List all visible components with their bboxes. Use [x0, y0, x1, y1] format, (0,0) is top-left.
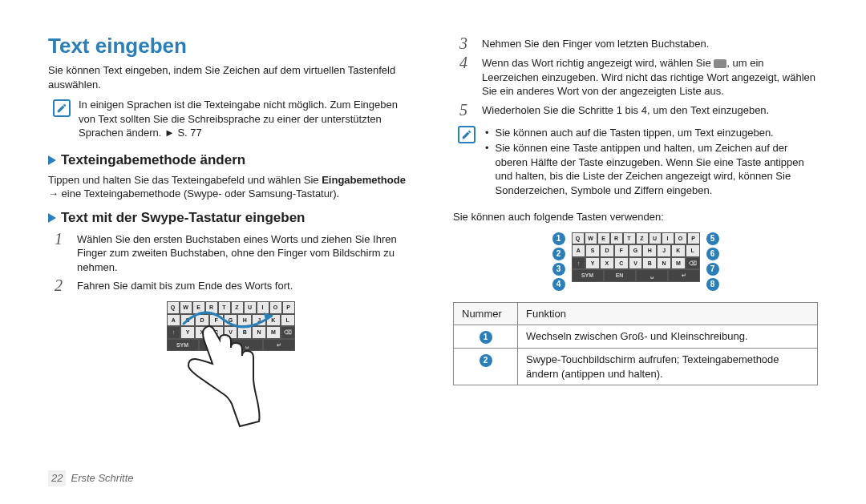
swype-illustration: QWERTZUIOP ASDFGHJKL ↑YXCVBNM⌫ SYMEN␣↵: [151, 301, 311, 437]
section-1-body: Tippen und halten Sie das Texteingabefel…: [48, 173, 413, 201]
step-4-text-a: Wenn das Wort richtig angezeigt wird, wä…: [482, 57, 714, 69]
hand-pointing-icon: [183, 325, 263, 429]
step-number: 2: [55, 277, 69, 293]
keyboard-key: L: [281, 314, 295, 326]
keyboard-key: ↑: [572, 257, 586, 269]
keyboard-key: D: [600, 244, 614, 256]
callout-number-badge: 2: [480, 354, 492, 367]
step-number: 3: [459, 35, 474, 51]
section-1-body-c: → eine Texteingabemethode (Swype- oder S…: [48, 187, 339, 200]
keyboard-key: J: [657, 244, 671, 256]
callout-number-badge: 7: [706, 263, 719, 276]
function-table: Nummer Funktion 1Wechseln zwischen Groß-…: [453, 302, 818, 385]
step-item: 3 Nehmen Sie den Finger vom letzten Buch…: [459, 35, 818, 51]
section-1-body-b: Eingabemethode: [322, 174, 406, 186]
keyboard-key: X: [600, 257, 614, 269]
also-use-text: Sie können auch folgende Tasten verwende…: [453, 210, 818, 224]
keyboard-key: EN: [604, 269, 636, 281]
step-text: Wählen Sie den ersten Buchstaben eines W…: [77, 231, 413, 275]
callout-number-badge: 2: [552, 248, 565, 260]
keyboard-key: Q: [167, 301, 180, 313]
note-text-1: In einigen Sprachen ist die Texteingabe …: [79, 98, 413, 140]
keyboard-key: C: [614, 257, 629, 269]
pencil-note-icon: [458, 126, 475, 143]
step-item: 2 Fahren Sie damit bis zum Ende des Wort…: [55, 277, 413, 293]
keyboard-key: B: [642, 257, 657, 269]
keyboard-key: N: [657, 257, 671, 269]
section-1-title: Texteingabemethode ändern: [61, 151, 245, 170]
note-2-bullet: Sie können eine Taste antippen und halte…: [484, 141, 818, 197]
keyboard-key: O: [674, 232, 687, 244]
callout-number-badge: 8: [706, 278, 719, 291]
section-heading-1: Texteingabemethode ändern: [48, 151, 413, 170]
chevron-right-icon: [48, 213, 56, 223]
keyboard-key: L: [686, 244, 700, 256]
keyboard-key: SYM: [572, 269, 604, 281]
keyboard-key: A: [572, 244, 586, 256]
table-row: 1Wechseln zwischen Groß- und Kleinschrei…: [454, 325, 818, 349]
space-key-icon: [714, 59, 726, 68]
table-cell-function: Swype-Touchbildschirm aufrufen; Texteing…: [518, 349, 818, 385]
keyboard-key: H: [642, 244, 657, 256]
step-item: 1 Wählen Sie den ersten Buchstaben eines…: [55, 231, 413, 275]
step-item: 4 Wenn das Wort richtig angezeigt wird, …: [459, 54, 818, 99]
table-header-function: Funktion: [518, 302, 818, 325]
page-number: 22: [48, 470, 66, 486]
callout-number-badge: 6: [706, 248, 719, 260]
note-box-1: In einigen Sprachen ist die Texteingabe …: [48, 98, 413, 140]
pencil-note-icon: [53, 99, 71, 117]
callout-number-badge: 1: [552, 232, 565, 245]
table-header-number: Nummer: [454, 302, 518, 325]
keyboard-key: P: [282, 301, 295, 313]
section-heading-2: Text mit der Swype-Tastatur eingeben: [48, 209, 413, 228]
keyboard-key: S: [585, 244, 600, 256]
step-text: Wenn das Wort richtig angezeigt wird, wä…: [482, 54, 818, 99]
keyboard-key: E: [597, 232, 610, 244]
keyboard-key: ↵: [668, 269, 700, 281]
callout-number-badge: 1: [480, 331, 492, 344]
keyboard-key: ␣: [636, 269, 668, 281]
note-box-2: Sie können auch auf die Tasten tippen, u…: [453, 124, 818, 200]
keyboard-key: W: [585, 232, 597, 244]
chevron-right-icon: [48, 155, 56, 165]
keyboard-key: R: [610, 232, 623, 244]
keyboard-key: ↵: [263, 339, 295, 351]
keyboard-key: U: [649, 232, 662, 244]
annotated-keyboard: 1234 QWERTZUIOP ASDFGHJKL ↑YXCVBNM⌫ SYME…: [453, 232, 818, 291]
keyboard-key: Z: [636, 232, 649, 244]
keyboard-key: P: [687, 232, 700, 244]
note-2-bullet-text: Sie können auch auf die Tasten tippen, u…: [496, 126, 774, 140]
step-number: 1: [55, 231, 69, 275]
keyboard-key: I: [662, 232, 674, 244]
table-cell-number: 1: [454, 325, 518, 349]
table-cell-function: Wechseln zwischen Groß- und Kleinschreib…: [518, 325, 818, 349]
step-item: 5 Wiederholen Sie die Schritte 1 bis 4, …: [459, 102, 818, 118]
section-2-title: Text mit der Swype-Tastatur eingeben: [61, 209, 306, 228]
step-number: 5: [459, 102, 474, 118]
step-text: Nehmen Sie den Finger vom letzten Buchst…: [482, 35, 818, 51]
callout-number-badge: 5: [706, 232, 719, 245]
intro-text: Sie können Text eingeben, indem Sie Zeic…: [48, 63, 413, 91]
page-title: Text eingeben: [48, 32, 413, 60]
step-text: Fahren Sie damit bis zum Ende des Worts …: [77, 277, 413, 293]
keyboard-key: ⌫: [686, 257, 700, 269]
callout-number-badge: 3: [552, 263, 565, 276]
keyboard-key: T: [623, 232, 636, 244]
callout-number-badge: 4: [552, 278, 565, 291]
section-1-body-a: Tippen und halten Sie das Texteingabefel…: [48, 174, 322, 186]
step-text: Wiederholen Sie die Schritte 1 bis 4, um…: [482, 102, 818, 118]
keyboard-key: M: [671, 257, 686, 269]
keyboard-key: K: [671, 244, 686, 256]
table-cell-number: 2: [454, 349, 518, 385]
note-2-bullet-text: Sie können eine Taste antippen und halte…: [496, 141, 818, 197]
note-2-bullet: Sie können auch auf die Tasten tippen, u…: [484, 126, 818, 140]
keyboard-key: G: [629, 244, 643, 256]
keyboard-key: Y: [585, 257, 600, 269]
page-footer: 22 Erste Schritte: [48, 470, 134, 486]
keyboard-key: Q: [572, 232, 585, 244]
table-row: 2Swype-Touchbildschirm aufrufen; Textein…: [454, 349, 818, 385]
step-number: 4: [459, 54, 474, 99]
footer-section-name: Erste Schritte: [71, 471, 133, 486]
keyboard-key: F: [614, 244, 629, 256]
keyboard-key: V: [629, 257, 643, 269]
